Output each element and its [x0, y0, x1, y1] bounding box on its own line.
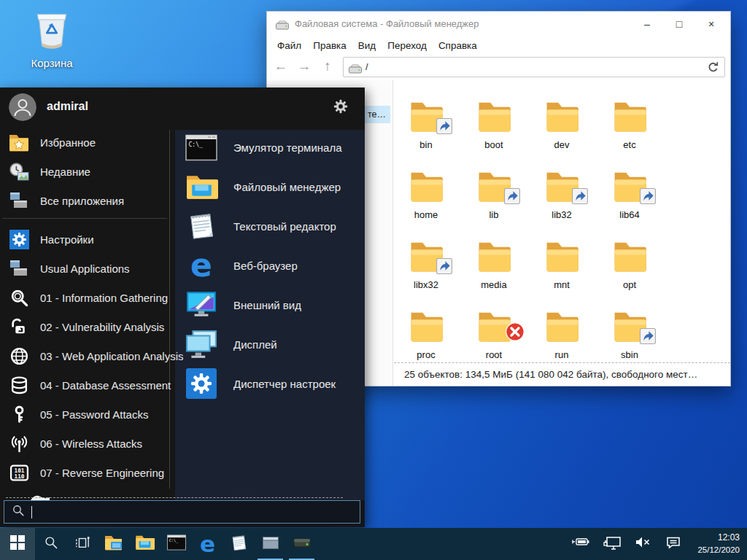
start-menu-item-label: Веб-браузер — [233, 260, 298, 272]
start-menu-item-label: Внешний вид — [233, 299, 301, 311]
maximize-button[interactable]: □ — [663, 12, 695, 36]
folder-icon — [476, 264, 511, 276]
menubar-item[interactable]: Справка — [433, 40, 483, 51]
taskbar-search-button[interactable] — [35, 528, 66, 560]
folder-item[interactable]: etc — [596, 99, 663, 160]
folder-item[interactable]: run — [528, 309, 595, 362]
folder-item[interactable]: libx32 — [394, 239, 460, 300]
battery-tray-button[interactable] — [566, 536, 597, 553]
recent-icon — [7, 162, 31, 182]
folder-item[interactable]: home — [394, 169, 460, 230]
network-tray-button[interactable] — [597, 536, 627, 553]
start-menu-item[interactable]: 03 - Web Application Analysis — [0, 341, 169, 370]
start-menu-item[interactable]: Файловый менеджер — [175, 167, 365, 206]
folder-name: root — [460, 349, 527, 360]
taskbar: C:\_ e 12:03 25/12/2020 — [0, 528, 747, 560]
notifications-tray-button[interactable] — [658, 536, 689, 553]
taskbar-drive-button[interactable] — [286, 528, 317, 560]
taskbar-buttons: C:\_ e — [0, 528, 317, 560]
folder-item[interactable]: bin — [394, 99, 460, 160]
folder-grid: bin boot dev etc home lib lib32 lib64 — [394, 80, 730, 362]
start-menu-item[interactable]: Избранное — [0, 128, 169, 157]
folder-name: sbin — [596, 349, 663, 360]
avatar[interactable] — [9, 93, 36, 121]
gear-icon[interactable] — [333, 98, 349, 117]
web-browser-icon: e — [185, 249, 218, 281]
start-menu-item[interactable]: 05 - Password Attacks — [0, 400, 169, 429]
start-menu-search[interactable] — [4, 500, 360, 524]
menubar-item[interactable]: Вид — [352, 40, 382, 51]
folder-item[interactable]: proc — [394, 309, 460, 362]
taskbar-window-button[interactable] — [255, 528, 286, 560]
back-icon[interactable]: ← — [270, 56, 292, 77]
folder-name: media — [460, 279, 527, 290]
start-menu-item-label: Избранное — [40, 136, 96, 149]
taskbar-computer-button[interactable] — [98, 528, 129, 560]
start-menu-item[interactable]: C:\_ Эмулятор терминала — [175, 128, 365, 167]
taskbar-clock[interactable]: 12:03 25/12/2020 — [689, 532, 747, 556]
start-menu-item[interactable]: 01 - Information Gathering — [0, 283, 169, 312]
start-menu-item[interactable]: 04 - Database Assessment — [0, 370, 169, 400]
folder-item[interactable]: media — [460, 239, 527, 300]
task-view-button[interactable] — [66, 528, 98, 560]
start-menu: admiral Избранное Недавние Все приложени… — [0, 88, 365, 527]
settings-icon — [7, 230, 31, 249]
taskbar-notepad-button[interactable] — [223, 528, 255, 560]
taskbar-terminal-button[interactable]: C:\_ — [160, 528, 192, 560]
folder-item[interactable]: lib64 — [596, 169, 663, 230]
network-icon — [603, 536, 622, 553]
refresh-icon[interactable] — [707, 61, 719, 77]
folder-item[interactable]: sbin — [596, 309, 663, 362]
start-menu-item-label: Диспетчер настроек — [233, 378, 336, 390]
taskbar-file-manager-button[interactable] — [129, 528, 160, 560]
start-menu-item[interactable]: e Веб-браузер — [175, 246, 365, 285]
reverse-engineering-icon: 101 110 — [7, 463, 31, 483]
folder-item[interactable]: mnt — [528, 239, 595, 300]
start-menu-item[interactable]: Все приложения — [0, 186, 169, 215]
start-menu-item[interactable]: Настройки — [0, 225, 169, 254]
start-menu-item-label: 06 - Wireless Attacks — [40, 438, 142, 450]
start-menu-item[interactable]: Недавние — [0, 157, 169, 186]
start-menu-item-label: 01 - Information Gathering — [40, 292, 168, 304]
start-menu-item[interactable]: 06 - Wireless Attacks — [0, 429, 169, 458]
folder-icon — [476, 124, 511, 136]
folder-name: lib32 — [528, 209, 595, 220]
start-menu-item[interactable]: Текстовый редактор — [175, 206, 365, 246]
window-titlebar[interactable]: Файловая система - Файловый менеджер – □… — [267, 12, 730, 36]
folder-item[interactable]: dev — [528, 99, 595, 160]
web-application-analysis-icon — [7, 346, 31, 366]
folder-item[interactable]: lib — [460, 169, 527, 230]
start-menu-item[interactable]: Дисплей — [175, 324, 365, 364]
start-menu-item[interactable]: Usual Applications — [0, 254, 169, 283]
folder-item[interactable]: opt — [596, 239, 663, 300]
folder-item[interactable]: boot — [460, 99, 527, 160]
start-menu-item[interactable]: 101 110 07 - Reverse Engineering — [0, 458, 169, 487]
minimize-button[interactable]: – — [631, 12, 663, 36]
taskbar-search-icon — [44, 535, 58, 553]
svg-text:110: 110 — [14, 473, 24, 480]
username: admiral — [47, 100, 88, 113]
wireless-attacks-icon — [7, 434, 31, 454]
up-icon[interactable]: ↑ — [317, 56, 338, 77]
taskbar-browser-button[interactable]: e — [192, 528, 223, 560]
start-menu-item-label: 04 - Database Assessment — [40, 379, 171, 392]
folder-item[interactable]: lib32 — [528, 169, 595, 230]
folder-item[interactable]: root — [460, 309, 527, 362]
folder-name: bin — [394, 139, 460, 150]
start-menu-item[interactable]: Диспетчер настроек — [175, 364, 365, 403]
text-caret — [31, 506, 32, 518]
menubar-item[interactable]: Переход — [382, 40, 433, 51]
computer-folder-icon — [104, 534, 123, 554]
start-menu-item[interactable]: 02 - Vulnerability Analysis — [0, 312, 169, 341]
recycle-bin-desktop-icon[interactable]: Корзина — [20, 9, 83, 69]
start-button[interactable] — [0, 528, 35, 560]
forward-icon[interactable]: → — [293, 56, 315, 77]
start-menu-item[interactable]: Внешний вид — [175, 285, 365, 324]
menubar-item[interactable]: Правка — [307, 40, 352, 51]
close-button[interactable]: × — [695, 12, 727, 36]
folder-name: opt — [596, 279, 663, 290]
menubar-item[interactable]: Файл — [271, 40, 307, 51]
path-bar[interactable]: / — [343, 57, 725, 77]
volume-tray-button[interactable] — [627, 536, 658, 553]
start-menu-item-label: Usual Applications — [40, 262, 130, 275]
